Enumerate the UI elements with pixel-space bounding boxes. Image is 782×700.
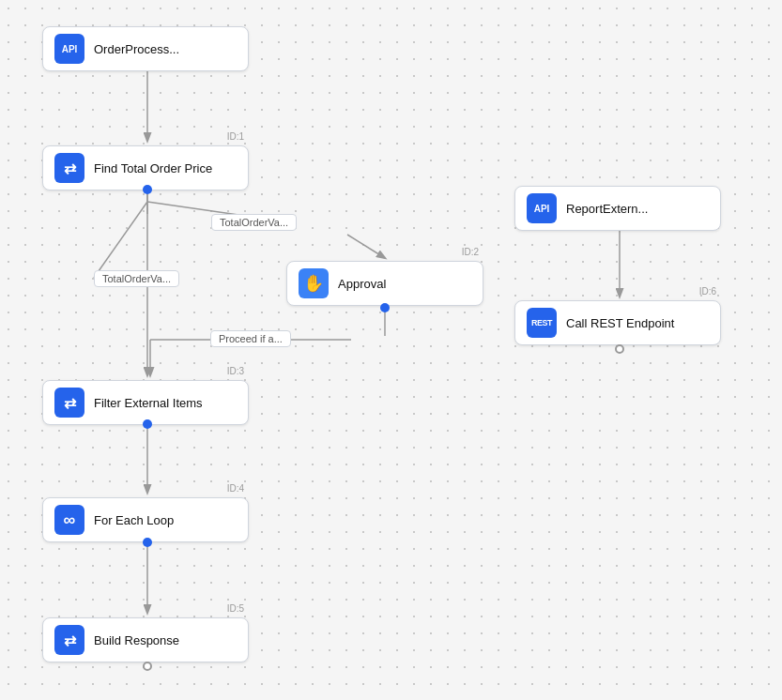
find-total-dot	[143, 185, 152, 194]
approval-icon: ✋	[299, 268, 329, 298]
node-id-5: ID:5	[227, 603, 244, 614]
find-total-order-price-node[interactable]: ID:1 ⇄ Find Total Order Price	[42, 145, 249, 190]
approval-node[interactable]: ID:2 ✋ Approval	[286, 261, 483, 306]
approval-dot	[380, 303, 390, 312]
report-extern-node[interactable]: API ReportExtern...	[514, 186, 721, 231]
api-icon: API	[54, 34, 84, 64]
filter-icon: ⇄	[54, 388, 84, 418]
filter-label: Filter External Items	[94, 396, 203, 410]
build-response-dot	[143, 662, 152, 671]
flow-canvas: API OrderProcess... ID:1 ⇄ Find Total Or…	[0, 0, 782, 700]
node-id-3: ID:3	[227, 366, 244, 376]
call-rest-dot	[615, 344, 624, 354]
build-response-node[interactable]: ID:5 ⇄ Build Response	[42, 617, 249, 662]
node-id-6: ID:6	[699, 286, 716, 297]
rest-label: Call REST Endpoint	[566, 316, 674, 330]
build-icon: ⇄	[54, 625, 84, 655]
node-id-2: ID:2	[462, 247, 479, 257]
proceed-label: Proceed if a...	[210, 330, 291, 347]
loop-icon: ∞	[54, 505, 84, 535]
for-each-loop-node[interactable]: ID:4 ∞ For Each Loop	[42, 497, 249, 542]
call-rest-endpoint-node[interactable]: ID:6 REST Call REST Endpoint	[514, 300, 721, 345]
node-id-1: ID:1	[227, 131, 244, 142]
approval-label: Approval	[338, 277, 386, 291]
filter-external-items-node[interactable]: ID:3 ⇄ Filter External Items	[42, 380, 249, 425]
find-total-label: Find Total Order Price	[94, 161, 212, 175]
node-id-4: ID:4	[227, 483, 244, 494]
foreach-dot	[143, 538, 152, 547]
total-order-val-label-1: TotalOrderVa...	[211, 214, 297, 231]
rest-icon: REST	[527, 308, 557, 338]
order-process-label: OrderProcess...	[94, 42, 179, 56]
transform-icon: ⇄	[54, 153, 84, 183]
order-process-node[interactable]: API OrderProcess...	[42, 26, 249, 71]
total-order-val-label-2: TotalOrderVa...	[94, 270, 179, 287]
build-label: Build Response	[94, 633, 179, 647]
svg-line-8	[94, 202, 147, 278]
foreach-label: For Each Loop	[94, 513, 174, 527]
report-label: ReportExtern...	[566, 202, 648, 216]
filter-dot	[143, 419, 152, 429]
report-api-icon: API	[527, 193, 557, 223]
svg-line-4	[347, 235, 385, 258]
